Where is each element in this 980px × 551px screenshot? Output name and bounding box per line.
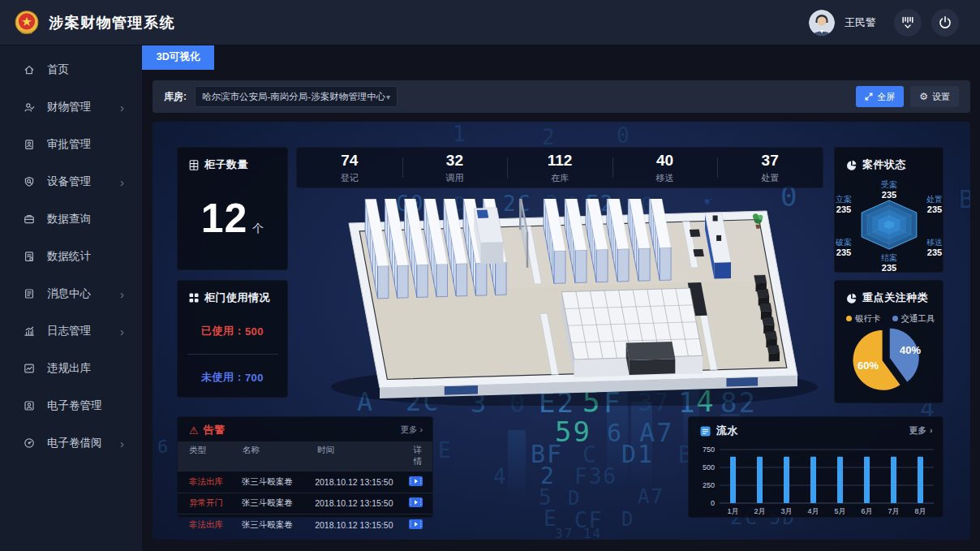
barcode-scanner-icon: [900, 15, 915, 30]
fullscreen-button[interactable]: 全屏: [856, 86, 904, 107]
sidebar-item-efile-manage[interactable]: 电子卷管理: [0, 387, 142, 424]
sidebar-item-devices[interactable]: 设备管理›: [0, 163, 142, 200]
gear-icon: ⚙: [919, 92, 928, 101]
flow-bar: [864, 457, 870, 503]
device-icon: [23, 175, 36, 188]
hex-glyph: 37 14: [555, 526, 602, 540]
sidebar-item-label: 财物管理: [47, 100, 91, 114]
stat-label: 登记: [341, 172, 359, 184]
stat-value: 37: [762, 152, 779, 170]
stat-在库: 112在库: [507, 148, 612, 187]
video-play-icon: [409, 476, 423, 486]
sidebar-item-message-center[interactable]: 消息中心›: [0, 275, 142, 312]
alerts-table-header: 类型 名称 时间 详情: [178, 441, 432, 471]
sidebar-item-assets[interactable]: 财物管理›: [0, 88, 142, 126]
warehouse-select[interactable]: 哈尔滨市公安局-南岗分局-涉案财物管理中心 ▾: [195, 86, 398, 107]
alert-time: 2018.10.12 13:15:50: [315, 477, 409, 487]
flow-bar-chart: 75050025001月2月3月4月5月6月7月8月: [695, 438, 939, 518]
hex-glyph: 1: [453, 122, 467, 146]
flow-bar: [918, 457, 923, 503]
scanner-button[interactable]: [894, 9, 922, 37]
sidebar-item-label: 电子卷借阅: [47, 436, 102, 450]
fullscreen-label: 全屏: [877, 91, 895, 103]
settings-button[interactable]: ⚙ 设置: [910, 86, 959, 107]
sidebar-item-label: 审批管理: [47, 137, 91, 152]
radar-axis-value: 235: [927, 248, 942, 257]
pie-pct-label: 40%: [900, 344, 921, 356]
alert-type: 非法出库: [189, 519, 242, 531]
sidebar-item-violation-out[interactable]: 违规出库: [0, 350, 142, 387]
warehouse-selected-value: 哈尔滨市公安局-南岗分局-涉案财物管理中心: [202, 91, 385, 103]
svg-text:3月: 3月: [780, 507, 792, 515]
divider: [187, 354, 277, 355]
sidebar-item-data-query[interactable]: 数据查询: [0, 200, 142, 238]
alerts-panel: ⚠ 告警 更多 › 类型 名称 时间 详情 非法出库张三斗殴案卷2018.10.…: [177, 416, 433, 518]
stat-处置: 37处置: [717, 148, 823, 187]
doors-used-row: 已使用：500: [178, 312, 287, 351]
user-name: 王民警: [845, 15, 876, 30]
radar-axis-value: 235: [882, 190, 896, 200]
radar-axis-value: 235: [836, 248, 851, 257]
alert-video-button[interactable]: [409, 497, 423, 509]
sidebar-item-label: 首页: [47, 62, 69, 77]
flow-bar: [757, 457, 763, 503]
focus-categories-pie-chart: 60%40%: [835, 315, 944, 402]
chevron-right-icon: ›: [120, 287, 124, 301]
video-play-icon: [409, 497, 423, 507]
log-icon: [23, 325, 36, 338]
stat-value: 32: [446, 152, 463, 170]
sidebar-item-home[interactable]: 首页: [0, 51, 142, 88]
flow-bar: [837, 457, 843, 503]
hex-glyph: 0: [617, 123, 631, 148]
avatar[interactable]: [809, 10, 835, 36]
case-status-radar-chart: 受案235处置235移送235结案235破案235立案235: [835, 164, 944, 272]
tab-3d-visualization[interactable]: 3D可视化: [142, 45, 214, 70]
power-icon: [938, 15, 952, 30]
svg-text:6月: 6月: [861, 507, 872, 515]
radar-axis-value: 235: [927, 204, 942, 214]
hex-glyph: D: [621, 508, 634, 531]
flow-list-icon: [700, 426, 711, 437]
power-button[interactable]: [931, 9, 959, 37]
radar-axis-label: 立案: [836, 195, 852, 204]
flow-more-link[interactable]: 更多 ›: [909, 425, 933, 437]
alert-row: 非法出库张三斗殴案卷2018.10.12 13:15:50: [178, 514, 432, 536]
warehouse-3d-view[interactable]: 涉案财物管理中心: [315, 199, 826, 406]
alert-video-button[interactable]: [409, 519, 423, 531]
svg-text:4月: 4月: [807, 507, 819, 515]
svg-text:500: 500: [703, 463, 715, 471]
svg-text:1月: 1月: [727, 507, 738, 515]
radar-axis-label: 结案: [881, 253, 897, 262]
fullscreen-icon: [865, 93, 873, 101]
stat-value: 40: [656, 152, 673, 170]
sidebar-item-logs[interactable]: 日志管理›: [0, 312, 142, 350]
alert-name: 张三斗殴案卷: [242, 497, 315, 509]
sidebar-item-label: 日志管理: [47, 324, 91, 338]
alerts-more-link[interactable]: 更多 ›: [401, 424, 423, 436]
police-badge-logo: [13, 9, 41, 37]
home-icon: [23, 63, 36, 76]
hex-glyph: 2: [542, 125, 557, 149]
radar-data-polygon: [862, 200, 917, 249]
hex-glyph: 6: [157, 437, 170, 457]
stats-icon: [23, 250, 36, 263]
alert-time: 2018.10.12 13:15:50: [315, 520, 409, 530]
stat-移送: 40移送: [612, 148, 718, 187]
stat-label: 在库: [551, 172, 569, 184]
chevron-right-icon: ›: [120, 437, 124, 450]
doors-unused-label: 未使用：: [201, 370, 245, 385]
stat-value: 74: [341, 152, 358, 170]
sidebar-item-data-stats[interactable]: 数据统计: [0, 238, 142, 275]
sidebar-item-efile-borrow[interactable]: 电子卷借阅›: [0, 424, 142, 462]
cabinet-count-card: 柜子数量 12个: [177, 147, 288, 270]
sidebar-item-approval[interactable]: 审批管理: [0, 126, 142, 163]
flow-bar: [810, 457, 816, 503]
light-streak: [508, 430, 526, 499]
borrow-icon: [23, 437, 36, 450]
hex-glyph: B: [959, 185, 970, 213]
alert-video-button[interactable]: [409, 476, 423, 488]
alert-type: 异常开门: [189, 497, 242, 509]
approval-icon: [23, 138, 36, 151]
query-icon: [23, 213, 36, 226]
stat-调用: 32调用: [402, 148, 508, 187]
